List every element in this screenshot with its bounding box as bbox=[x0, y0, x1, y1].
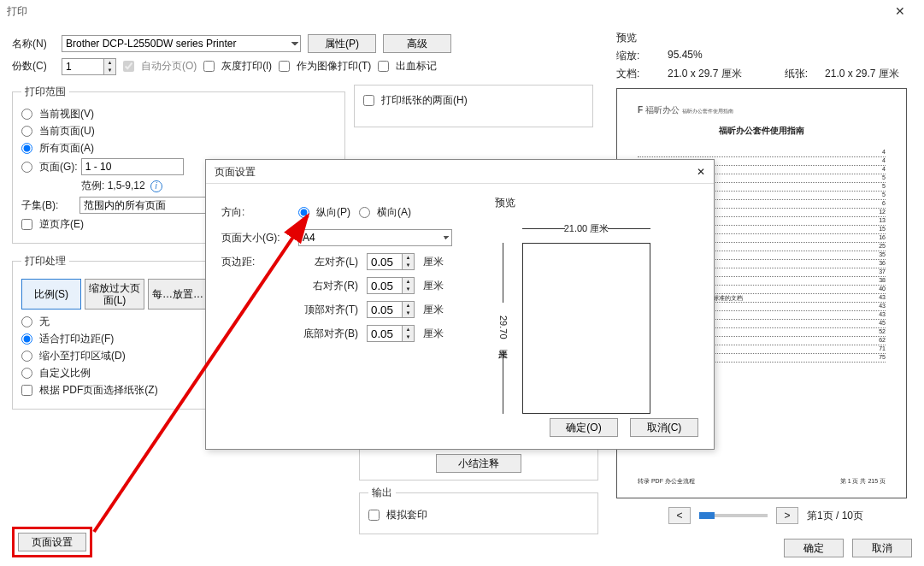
current-view-radio[interactable] bbox=[21, 109, 32, 120]
summarize-button[interactable]: 小结注释 bbox=[436, 454, 521, 473]
dialog-title: 页面设置 bbox=[215, 160, 256, 183]
scale-button[interactable]: 比例(S) bbox=[21, 279, 81, 310]
dialog-preview: 21.00 厘米 29.70 厘米 bbox=[495, 217, 666, 422]
margin-top-input[interactable]: ▲▼ bbox=[367, 301, 415, 318]
current-page-radio[interactable] bbox=[21, 126, 32, 137]
none-radio[interactable] bbox=[21, 316, 32, 327]
zoom-value: 95.45% bbox=[668, 49, 703, 63]
pages-radio[interactable] bbox=[21, 162, 32, 173]
preview-legend: 预览 bbox=[616, 31, 915, 45]
subset-label: 子集(B): bbox=[21, 198, 73, 213]
dialog-cancel-button[interactable]: 取消(C) bbox=[630, 418, 698, 437]
cancel-button[interactable]: 取消 bbox=[852, 539, 912, 557]
reverse-order-checkbox[interactable] bbox=[21, 219, 32, 230]
properties-button[interactable]: 属性(P) bbox=[308, 34, 376, 53]
pages-input[interactable] bbox=[81, 158, 184, 175]
landscape-radio[interactable] bbox=[359, 207, 370, 218]
custom-scale-radio[interactable] bbox=[21, 368, 32, 379]
copies-label: 份数(C) bbox=[12, 59, 55, 74]
example-label: 范例: 1,5-9,12 bbox=[81, 179, 145, 193]
printer-select[interactable]: Brother DCP-L2550DW series Printer bbox=[62, 35, 301, 52]
ok-button[interactable]: 确定 bbox=[784, 539, 844, 557]
margin-left-input[interactable]: ▲▼ bbox=[367, 253, 415, 270]
prev-page-button[interactable]: < bbox=[668, 507, 691, 524]
page-setup-dialog: 页面设置 ✕ 方向: 纵向(P) 横向(A) 页面大小(G): A4 页边距: … bbox=[205, 159, 715, 450]
page-slider[interactable] bbox=[699, 514, 768, 517]
multiple-button[interactable]: 每…放置… bbox=[148, 279, 208, 310]
simulate-overprint-checkbox[interactable] bbox=[368, 510, 380, 521]
orientation-label: 方向: bbox=[221, 205, 290, 220]
doc-label: 文档: bbox=[616, 67, 650, 81]
info-icon[interactable]: i bbox=[150, 180, 162, 192]
paper-value: 21.0 x 29.7 厘米 bbox=[825, 67, 899, 81]
print-as-image-checkbox[interactable] bbox=[279, 61, 290, 72]
portrait-radio[interactable] bbox=[298, 207, 309, 218]
both-sides-checkbox[interactable] bbox=[363, 95, 374, 106]
grayscale-checkbox[interactable] bbox=[203, 61, 215, 72]
page-info: 第1页 / 10页 bbox=[807, 509, 863, 523]
bleed-checkbox[interactable] bbox=[378, 61, 389, 72]
handling-legend: 打印处理 bbox=[21, 254, 69, 268]
collate-checkbox bbox=[123, 61, 134, 72]
window-title: 打印 bbox=[7, 0, 27, 21]
fit-radio[interactable] bbox=[21, 333, 32, 345]
choose-paper-checkbox[interactable] bbox=[21, 385, 32, 396]
range-legend: 打印范围 bbox=[21, 85, 69, 99]
doc-value: 21.0 x 29.7 厘米 bbox=[668, 67, 742, 81]
advanced-button[interactable]: 高级 bbox=[383, 34, 451, 53]
dialog-preview-label: 预览 bbox=[495, 196, 692, 210]
close-icon[interactable]: ✕ bbox=[883, 0, 917, 21]
paper-label: 纸张: bbox=[785, 67, 808, 81]
margin-bottom-input[interactable]: ▲▼ bbox=[367, 325, 415, 342]
margin-right-input[interactable]: ▲▼ bbox=[367, 277, 415, 294]
output-legend: 输出 bbox=[368, 486, 396, 500]
dialog-ok-button[interactable]: 确定(O) bbox=[550, 418, 618, 437]
all-pages-radio[interactable] bbox=[21, 143, 32, 154]
page-size-label: 页面大小(G): bbox=[221, 231, 290, 245]
copies-input[interactable]: ▲▼ bbox=[62, 58, 116, 75]
next-page-button[interactable]: > bbox=[776, 507, 798, 524]
tile-button[interactable]: 缩放过大页面(L) bbox=[85, 279, 144, 310]
page-setup-button[interactable]: 页面设置 bbox=[18, 533, 86, 551]
dialog-close-icon[interactable]: ✕ bbox=[697, 160, 705, 183]
page-size-select[interactable]: A4 bbox=[298, 229, 452, 246]
margin-label: 页边距: bbox=[221, 255, 290, 269]
zoom-label: 缩放: bbox=[616, 49, 650, 63]
shrink-radio[interactable] bbox=[21, 351, 32, 362]
printer-name-label: 名称(N) bbox=[12, 37, 55, 51]
